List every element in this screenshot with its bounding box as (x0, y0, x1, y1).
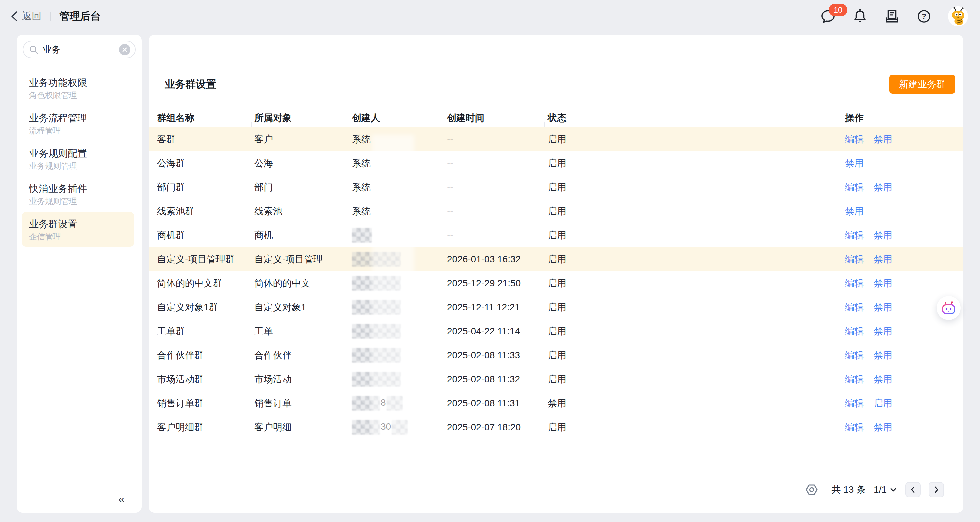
cell-created-time: 2025-02-08 11:33 (447, 350, 548, 361)
edit-link[interactable]: 编辑 (845, 133, 864, 146)
prev-page-button[interactable] (905, 482, 921, 497)
cell-status: 启用 (548, 277, 845, 290)
cell-object: 部门 (255, 181, 352, 194)
cell-group-name: 自定义-项目管理群 (149, 253, 255, 266)
sidebar-collapse-button[interactable]: « (118, 492, 125, 505)
chat-button[interactable]: 10 (820, 8, 836, 24)
sidebar-search[interactable] (23, 41, 136, 58)
creator-fragment: 30 (381, 421, 391, 432)
chevron-left-icon (909, 486, 917, 493)
menu-item-label: 业务功能权限 (29, 76, 134, 89)
back-label: 返回 (22, 10, 41, 23)
table-header: 群组名称 所属对象 创建人 创建时间 状态 操作 (149, 109, 963, 127)
table-row: 公海群 公海 系统 -- 启用 禁用 (149, 151, 963, 175)
column-header-object: 所属对象 (255, 111, 352, 124)
cell-status: 启用 (548, 253, 845, 266)
disable-link[interactable]: 禁用 (873, 229, 892, 242)
cell-group-name: 自定义对象1群 (149, 301, 255, 314)
enable-link[interactable]: 启用 (873, 397, 892, 410)
page-select[interactable]: 1/1 (873, 484, 897, 495)
cell-created-time: -- (447, 206, 548, 216)
cell-object: 商机 (255, 229, 352, 242)
redacted-creator (352, 372, 401, 387)
disable-link[interactable]: 禁用 (873, 325, 892, 338)
cell-group-name: 商机群 (149, 229, 255, 242)
table-body: 客群 客户 系统 -- 启用 编辑禁用 公海群 公海 系统 -- 启用 禁用 部… (149, 127, 963, 439)
inbox-button[interactable] (884, 8, 900, 24)
divider (50, 12, 51, 21)
disable-link[interactable]: 禁用 (845, 157, 864, 170)
edit-link[interactable]: 编辑 (845, 181, 864, 194)
disable-link[interactable]: 禁用 (873, 301, 892, 314)
disable-link[interactable]: 禁用 (873, 349, 892, 362)
edit-link[interactable]: 编辑 (845, 397, 864, 410)
robot-assistant-icon (941, 301, 956, 315)
creator-fragment: 8 (381, 397, 386, 407)
disable-link[interactable]: 禁用 (873, 373, 892, 386)
new-business-group-button[interactable]: 新建业务群 (889, 75, 955, 94)
disable-link[interactable]: 禁用 (845, 205, 864, 218)
disable-link[interactable]: 禁用 (873, 253, 892, 266)
cell-object: 客户明细 (255, 421, 352, 434)
cell-status: 启用 (548, 205, 845, 218)
cell-object: 销售订单 (255, 397, 352, 410)
edit-link[interactable]: 编辑 (845, 325, 864, 338)
disable-link[interactable]: 禁用 (873, 421, 892, 434)
cell-created-time: -- (447, 182, 548, 193)
edit-link[interactable]: 编辑 (845, 229, 864, 242)
cell-group-name: 公海群 (149, 157, 255, 170)
cell-status: 启用 (548, 421, 845, 434)
sidebar-item-business-process-management[interactable]: 业务流程管理 流程管理 (22, 106, 134, 141)
total-count-label: 共 13 条 (831, 483, 865, 496)
edit-link[interactable]: 编辑 (845, 253, 864, 266)
redacted-creator (352, 228, 372, 243)
page-indicator: 1/1 (873, 484, 887, 495)
cell-status: 启用 (548, 157, 845, 170)
edit-link[interactable]: 编辑 (845, 277, 864, 290)
help-button[interactable]: ? (916, 8, 932, 24)
back-button[interactable]: 返回 (10, 10, 41, 23)
cell-status: 启用 (548, 229, 845, 242)
cell-created-time: 2025-02-08 11:31 (447, 398, 548, 409)
redacted-creator (352, 276, 401, 291)
next-page-button[interactable] (929, 482, 944, 497)
cell-status: 启用 (548, 325, 845, 338)
cell-status: 启用 (548, 349, 845, 362)
table-row: 客户明细群 客户明细 30 2025-02-07 18:20 启用 编辑禁用 (149, 415, 963, 439)
cell-created-time: 2025-12-29 21:50 (447, 278, 548, 289)
sidebar-item-business-rule-config[interactable]: 业务规则配置 业务规则管理 (22, 141, 134, 176)
notification-badge: 10 (829, 4, 847, 16)
table-row: 市场活动群 市场活动 2025-02-08 11:32 启用 编辑禁用 (149, 367, 963, 392)
edit-link[interactable]: 编辑 (845, 421, 864, 434)
edit-link[interactable]: 编辑 (845, 301, 864, 314)
sidebar-item-business-group-settings[interactable]: 业务群设置 企信管理 (22, 212, 134, 247)
cell-group-name: 合作伙伴群 (149, 349, 255, 362)
pagination: 共 13 条 1/1 (805, 482, 944, 497)
menu-item-label: 业务流程管理 (29, 111, 134, 125)
sidebar-item-fmcg-plugin[interactable]: 快消业务插件 业务规则管理 (22, 177, 134, 211)
assistant-fab[interactable] (937, 296, 961, 320)
bell-button[interactable] (852, 8, 868, 24)
redacted-creator (387, 396, 402, 411)
avatar[interactable] (948, 6, 968, 26)
edit-link[interactable]: 编辑 (845, 349, 864, 362)
sidebar-item-business-function-permission[interactable]: 业务功能权限 角色权限管理 (22, 71, 134, 105)
clear-search-button[interactable] (119, 44, 130, 55)
search-input[interactable] (43, 45, 119, 55)
cell-created-time: -- (447, 230, 548, 241)
disable-link[interactable]: 禁用 (873, 277, 892, 290)
redacted-creator (352, 324, 401, 339)
gear-icon[interactable] (805, 483, 819, 497)
column-header-status: 状态 (548, 111, 845, 124)
cell-object: 公海 (255, 157, 352, 170)
cell-group-name: 市场活动群 (149, 373, 255, 386)
redacted-creator (352, 252, 401, 267)
table-row: 工单群 工单 2025-04-22 11:14 启用 编辑禁用 (149, 319, 963, 343)
table-row: 线索池群 线索池 系统 -- 启用 禁用 (149, 199, 963, 223)
disable-link[interactable]: 禁用 (873, 181, 892, 194)
redacted-creator (352, 396, 380, 411)
edit-link[interactable]: 编辑 (845, 373, 864, 386)
cell-group-name: 客户明细群 (149, 421, 255, 434)
menu-item-sublabel: 角色权限管理 (29, 89, 134, 101)
disable-link[interactable]: 禁用 (873, 133, 892, 146)
